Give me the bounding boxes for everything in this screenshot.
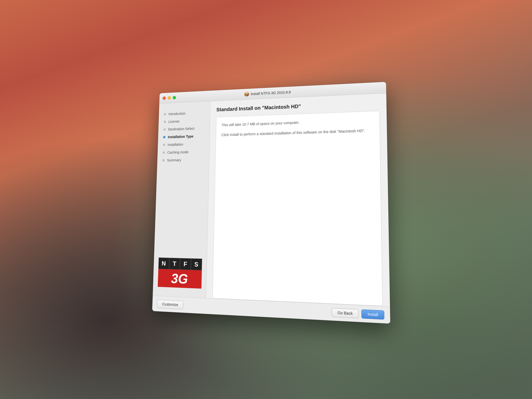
sidebar-dot-installation-type bbox=[163, 136, 165, 138]
ntfs-letter-n: N bbox=[158, 257, 169, 269]
sidebar: Introduction License Destination Select … bbox=[153, 101, 211, 298]
minimize-button[interactable] bbox=[168, 96, 171, 99]
installer-window: 📦 Install NTFS-3G 2010.8.8 Introduction … bbox=[152, 82, 390, 324]
window-wrapper: 📦 Install NTFS-3G 2010.8.8 Introduction … bbox=[152, 82, 390, 324]
customize-button[interactable]: Customize bbox=[157, 300, 183, 309]
traffic-lights bbox=[163, 96, 176, 100]
main-content: Standard Install on "Macintosh HD" This … bbox=[206, 93, 390, 307]
title-text: Install NTFS-3G 2010.8.8 bbox=[251, 90, 291, 96]
ntfs-3g-row: 3G bbox=[158, 269, 202, 289]
footer-right-buttons: Go Back Install bbox=[331, 308, 384, 320]
ntfs-letter-t: T bbox=[169, 258, 180, 270]
sidebar-dot-license bbox=[164, 121, 166, 123]
sidebar-dot-installation bbox=[163, 144, 165, 146]
maximize-button[interactable] bbox=[173, 96, 176, 99]
content-box: This will take 10.7 MB of space on your … bbox=[212, 111, 383, 306]
close-button[interactable] bbox=[163, 96, 166, 100]
content-line-1: This will take 10.7 MB of space on your … bbox=[222, 117, 373, 128]
sidebar-item-summary[interactable]: Summary bbox=[159, 156, 209, 164]
sidebar-items: Introduction License Destination Select … bbox=[154, 109, 210, 254]
sidebar-label-license: License bbox=[168, 119, 180, 123]
go-back-button[interactable]: Go Back bbox=[331, 308, 358, 318]
ntfs-logo: N T F S 3G bbox=[158, 257, 202, 289]
sidebar-label-installation-type: Installation Type bbox=[168, 134, 194, 139]
sidebar-label-introduction: Introduction bbox=[169, 111, 186, 116]
sidebar-dot-caching-mode bbox=[163, 151, 165, 154]
sidebar-label-caching-mode: Caching mode bbox=[167, 150, 189, 155]
sidebar-dot-destination bbox=[163, 128, 166, 131]
window-body: Introduction License Destination Select … bbox=[153, 93, 390, 307]
section-title: Standard Install on "Macintosh HD" bbox=[216, 100, 380, 112]
ntfs-logo-container: N T F S 3G bbox=[153, 252, 207, 293]
window-title: 📦 Install NTFS-3G 2010.8.8 bbox=[244, 89, 291, 97]
install-button[interactable]: Install bbox=[362, 309, 384, 319]
ntfs-letters-row: N T F S bbox=[158, 257, 202, 270]
sidebar-label-destination: Destination Select bbox=[168, 127, 195, 131]
ntfs-letter-f: F bbox=[180, 258, 191, 270]
ntfs-3g-text: 3G bbox=[171, 271, 188, 287]
sidebar-dot-introduction bbox=[164, 113, 166, 116]
sidebar-item-installation[interactable]: Installation bbox=[160, 140, 209, 149]
sidebar-label-installation: Installation bbox=[168, 142, 183, 147]
sidebar-dot-summary bbox=[162, 159, 165, 162]
ntfs-letter-s: S bbox=[191, 258, 202, 270]
sidebar-label-summary: Summary bbox=[167, 158, 181, 162]
title-icon: 📦 bbox=[244, 91, 249, 97]
sidebar-item-caching-mode[interactable]: Caching mode bbox=[160, 148, 209, 156]
content-line-2: Click Install to perform a standard inst… bbox=[221, 128, 374, 138]
